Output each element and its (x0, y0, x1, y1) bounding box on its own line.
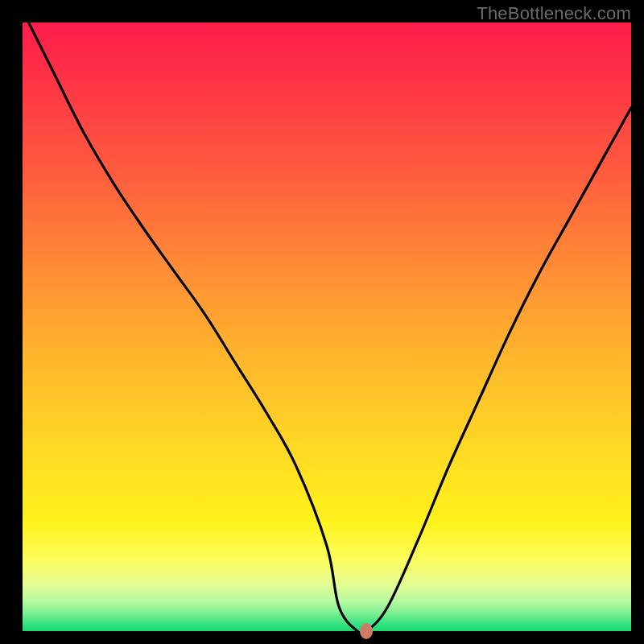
curve-path (29, 23, 631, 634)
optimal-point-marker (360, 623, 373, 639)
chart-frame: TheBottleneck.com (0, 0, 644, 644)
plot-area (23, 23, 631, 631)
watermark-text: TheBottleneck.com (477, 3, 631, 24)
bottleneck-curve (23, 23, 631, 631)
